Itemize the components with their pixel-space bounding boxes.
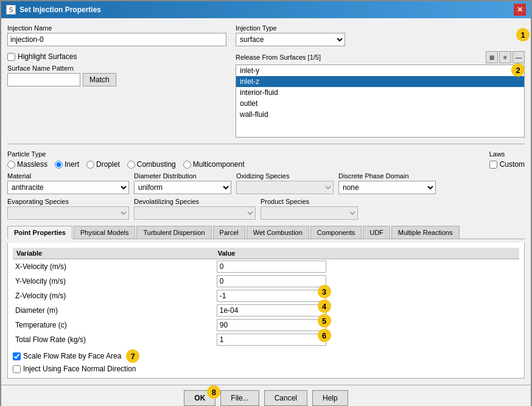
devolatilizing-select[interactable]	[134, 206, 256, 220]
surface-item-inlet-y[interactable]: inlet-y	[236, 65, 524, 76]
col-variable: Variable	[13, 248, 214, 259]
surface-item-outlet[interactable]: outlet	[236, 98, 524, 109]
product-species-select[interactable]	[261, 206, 358, 220]
tab-components[interactable]: Components	[310, 226, 362, 239]
prop-var-4: Temperature (c)	[13, 318, 214, 332]
prop-val-2: 3	[214, 289, 519, 303]
surface-item-interior-fluid[interactable]: interior-fluid	[236, 87, 524, 98]
release-surfaces-label: Release From Surfaces [1/5]	[236, 54, 321, 61]
material-select[interactable]: anthracite coal	[7, 181, 129, 194]
tab-content: Variable Value X-Velocity (m/s)Y-Velocit…	[7, 243, 525, 379]
title-bar: S Set Injection Properties ✕	[1, 1, 531, 18]
cancel-button[interactable]: Cancel	[264, 390, 307, 406]
surface-list: inlet-y inlet-z 2 interior-fluid outlet …	[236, 65, 525, 138]
prop-input-4[interactable]	[217, 319, 326, 331]
surface-name-pattern-input[interactable]	[7, 73, 80, 86]
title-icon: S	[6, 5, 16, 15]
tab-parcel[interactable]: Parcel	[213, 226, 245, 239]
prop-var-5: Total Flow Rate (kg/s)	[13, 332, 214, 347]
laws-label: Laws	[489, 150, 525, 158]
oxidizing-species-select[interactable]	[236, 181, 334, 194]
surface-icon-1[interactable]: ⊠	[486, 51, 498, 63]
surface-name-pattern-label: Surface Name Pattern	[7, 65, 229, 72]
highlight-surfaces-checkbox[interactable]	[7, 53, 15, 61]
title-text: Set Injection Properties	[19, 5, 101, 14]
badge-1: 1	[516, 28, 530, 41]
injection-name-label: Injection Name	[7, 24, 229, 32]
col-value: Value	[214, 248, 519, 259]
badge-3: 3	[318, 285, 331, 298]
prop-input-2[interactable]	[217, 290, 326, 302]
surface-icon-3[interactable]: —	[513, 51, 525, 63]
tab-wet-combustion[interactable]: Wet Combustion	[247, 226, 309, 239]
particle-type-label: Particle Type	[7, 150, 244, 158]
prop-val-4: 5	[214, 318, 519, 332]
close-button[interactable]: ✕	[514, 4, 526, 16]
injection-type-label: Injection Type	[236, 24, 525, 32]
surface-item-inlet-z[interactable]: inlet-z 2	[236, 76, 524, 87]
oxidizing-species-label: Oxidizing Species	[236, 172, 334, 180]
prop-var-1: Y-Velocity (m/s)	[13, 274, 214, 289]
product-species-label: Product Species	[261, 198, 358, 205]
prop-input-1[interactable]	[217, 275, 326, 287]
surface-item-inlet-z-label: inlet-z	[240, 77, 259, 86]
diameter-dist-select[interactable]: uniform rosin-rammler	[134, 181, 231, 194]
highlight-surfaces-label: Highlight Surfaces	[18, 52, 77, 61]
badge-5: 5	[318, 314, 331, 327]
tabs-row: Point Properties Physical Models Turbule…	[7, 226, 525, 239]
radio-multicomponent[interactable]: Multicomponent	[183, 160, 245, 169]
discrete-phase-label: Discrete Phase Domain	[338, 172, 436, 180]
injection-type-select[interactable]: surface single group	[236, 33, 345, 46]
set-injection-properties-dialog: S Set Injection Properties ✕ Injection N…	[0, 0, 532, 406]
inject-normal-checkbox[interactable]	[13, 365, 21, 373]
tab-physical-models[interactable]: Physical Models	[74, 226, 135, 239]
injection-name-input[interactable]	[7, 33, 226, 46]
badge-4: 4	[318, 299, 331, 313]
match-button[interactable]: Match	[83, 73, 116, 86]
radio-combusting[interactable]: Combusting	[127, 160, 176, 169]
discrete-phase-select[interactable]: none	[338, 181, 436, 194]
custom-laws-label: Custom	[500, 160, 525, 169]
evaporating-label: Evaporating Species	[7, 198, 129, 205]
prop-val-3: 4	[214, 303, 519, 318]
prop-var-2: Z-Velocity (m/s)	[13, 289, 214, 303]
scale-flow-label: Scale Flow Rate by Face Area	[23, 352, 121, 360]
diameter-dist-label: Diameter Distribution	[134, 172, 231, 180]
tab-turbulent-dispersion[interactable]: Turbulent Dispersion	[136, 226, 211, 239]
properties-table: Variable Value X-Velocity (m/s)Y-Velocit…	[13, 248, 519, 347]
tab-point-properties[interactable]: Point Properties	[7, 226, 72, 239]
inject-normal-label: Inject Using Face Normal Direction	[23, 365, 136, 373]
badge-7: 7	[126, 349, 139, 363]
custom-laws-checkbox[interactable]	[489, 161, 497, 169]
tab-multiple-reactions[interactable]: Multiple Reactions	[391, 226, 460, 239]
prop-var-3: Diameter (m)	[13, 303, 214, 318]
radio-inert[interactable]: Inert	[55, 160, 79, 169]
evaporating-select[interactable]	[7, 206, 129, 220]
help-button[interactable]: Help	[312, 390, 348, 406]
badge-8: 8	[207, 385, 220, 399]
material-label: Material	[7, 172, 129, 180]
prop-input-3[interactable]	[217, 304, 326, 317]
prop-val-5: 6	[214, 332, 519, 347]
badge-6: 6	[318, 329, 331, 342]
scale-flow-checkbox[interactable]	[13, 352, 21, 360]
prop-val-0	[214, 259, 519, 275]
prop-input-0[interactable]	[217, 261, 326, 273]
radio-droplet[interactable]: Droplet	[86, 160, 120, 169]
surface-icon-2[interactable]: ≡	[499, 51, 511, 63]
prop-input-5[interactable]	[217, 334, 326, 346]
prop-var-0: X-Velocity (m/s)	[13, 259, 214, 275]
radio-massless[interactable]: Massless	[7, 160, 47, 169]
bottom-buttons: OK 8 File... Cancel Help	[1, 385, 531, 406]
devolatilizing-label: Devolatilizing Species	[134, 198, 256, 205]
surface-item-wall-fluid[interactable]: wall-fluid	[236, 109, 524, 120]
prop-val-1	[214, 274, 519, 289]
tab-udf[interactable]: UDF	[363, 226, 390, 239]
file-button[interactable]: File...	[220, 390, 259, 406]
